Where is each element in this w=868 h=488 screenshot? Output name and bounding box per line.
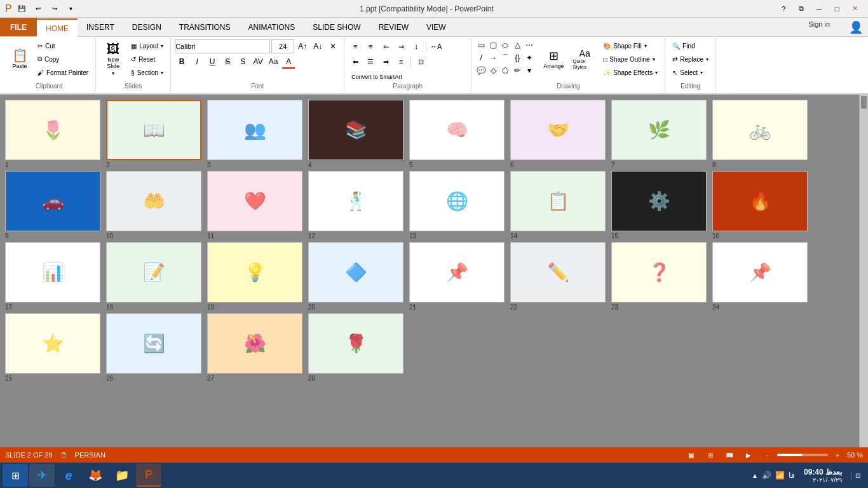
slide-item-18[interactable]: 📝18★	[106, 242, 205, 311]
slide-thumb-23[interactable]: ❓	[611, 242, 707, 302]
slide-item-5[interactable]: 🧠5★	[409, 100, 508, 168]
restore-display-btn[interactable]: ⧉	[793, 3, 810, 15]
increase-font-btn[interactable]: A↑	[295, 39, 309, 53]
slide-item-21[interactable]: 📌21★	[409, 242, 508, 311]
slide-thumb-20[interactable]: 🔷	[308, 242, 403, 302]
bold-btn[interactable]: B	[175, 55, 189, 69]
shape-rect[interactable]: ▭	[475, 39, 487, 51]
slide-thumb-3[interactable]: 👥	[207, 100, 302, 160]
slide-thumb-12[interactable]: 🕺	[308, 171, 403, 231]
slide-thumb-14[interactable]: 📋	[510, 171, 606, 231]
explorer-btn[interactable]: 📁	[109, 464, 135, 487]
tab-animations[interactable]: ANIMATIONS	[239, 18, 304, 36]
convert-smartart-btn[interactable]: Convert to SmartArt	[348, 70, 405, 84]
slide-item-24[interactable]: 📌24★	[712, 242, 811, 311]
reading-view-btn[interactable]: 📖	[722, 448, 736, 462]
slide-thumb-15[interactable]: ⚙️	[611, 171, 707, 231]
scroll-thumb[interactable]	[861, 96, 867, 109]
fontcolor-btn[interactable]: A	[281, 55, 295, 69]
slide-item-4[interactable]: 📚4★	[308, 100, 407, 168]
slide-item-8[interactable]: 🚲8★	[712, 100, 811, 168]
slide-thumb-21[interactable]: 📌	[409, 242, 505, 302]
format-painter-btn[interactable]: 🖌 Format Painter	[34, 66, 92, 79]
firefox-btn[interactable]: 🦊	[83, 464, 108, 487]
font-size-input[interactable]	[271, 39, 294, 53]
tab-view[interactable]: VIEW	[417, 18, 455, 36]
slide-thumb-27[interactable]: 🌺	[207, 313, 302, 374]
section-btn[interactable]: § Section ▾	[128, 66, 166, 79]
slide-item-2[interactable]: 📖2★	[106, 100, 205, 168]
slide-thumb-16[interactable]: 🔥	[712, 171, 808, 231]
minimize-btn[interactable]: ─	[811, 3, 827, 15]
italic-btn[interactable]: I	[190, 55, 204, 69]
slide-thumb-4[interactable]: 📚	[308, 100, 403, 160]
slide-thumb-17[interactable]: 📊	[5, 242, 100, 302]
slide-item-1[interactable]: 🌷1★	[5, 100, 104, 168]
tab-file[interactable]: FILE	[0, 18, 37, 36]
shape-arrow[interactable]: →	[487, 52, 499, 64]
shape-freeform[interactable]: ✏	[512, 65, 523, 76]
shape-oval[interactable]: ⬭	[499, 39, 511, 51]
slide-item-12[interactable]: 🕺12★	[308, 171, 407, 240]
zoom-slider-track[interactable]	[777, 454, 828, 456]
slide-item-16[interactable]: 🔥16★	[712, 171, 811, 240]
tab-slideshow[interactable]: SLIDE SHOW	[304, 18, 369, 36]
user-avatar-icon[interactable]: 👤	[849, 20, 863, 34]
cut-btn[interactable]: ✂ Cut	[34, 39, 92, 52]
shape-diamond[interactable]: ◇	[487, 65, 499, 76]
slide-item-13[interactable]: 🌐13★	[409, 171, 508, 240]
align-center-btn[interactable]: ☰	[363, 55, 377, 69]
shape-effects-btn[interactable]: ✨ Shape Effects ▾	[600, 66, 661, 79]
bullets-btn[interactable]: ≡	[348, 39, 362, 53]
paste-btn[interactable]: 📋 Paste	[6, 39, 33, 79]
slide-item-26[interactable]: 🔄26★	[106, 313, 205, 382]
shape-line[interactable]: /	[475, 52, 487, 64]
slide-thumb-5[interactable]: 🧠	[409, 100, 505, 160]
slide-thumb-24[interactable]: 📌	[712, 242, 808, 302]
shape-curve[interactable]: ⌒	[499, 52, 511, 64]
changecase-btn[interactable]: Aa	[266, 55, 280, 69]
increase-indent-btn[interactable]: ⇒	[394, 39, 408, 53]
slide-thumb-2[interactable]: 📖	[106, 100, 201, 160]
justify-btn[interactable]: ≡	[394, 55, 408, 69]
powerpoint-taskbar-btn[interactable]: P	[136, 464, 161, 487]
slide-sorter-btn[interactable]: ⊞	[703, 448, 717, 462]
slide-item-15[interactable]: ⚙️15★	[611, 171, 710, 240]
clear-format-btn[interactable]: ✕	[326, 39, 340, 53]
close-btn[interactable]: ✕	[846, 3, 863, 15]
start-btn[interactable]: ⊞	[3, 464, 28, 487]
slide-item-20[interactable]: 🔷20★	[308, 242, 407, 311]
quick-redo-btn[interactable]: ↪	[48, 2, 62, 16]
slide-item-9[interactable]: 🚗9★	[5, 171, 104, 240]
slide-thumb-19[interactable]: 💡	[207, 242, 302, 302]
slide-item-27[interactable]: 🌺27★	[207, 313, 306, 382]
slide-thumb-8[interactable]: 🚲	[712, 100, 808, 160]
linespacing-btn[interactable]: ↕	[409, 39, 423, 53]
quick-undo-btn[interactable]: ↩	[31, 2, 45, 16]
shape-scroll-down[interactable]: ▾	[524, 65, 535, 76]
slide-item-25[interactable]: ⭐25★	[5, 313, 104, 382]
ie-btn[interactable]: e	[56, 464, 81, 487]
vertical-scrollbar[interactable]	[859, 95, 868, 447]
reset-btn[interactable]: ↺ Reset	[128, 53, 166, 65]
quick-save-btn[interactable]: 💾	[15, 2, 29, 16]
slide-item-14[interactable]: 📋14★	[510, 171, 609, 240]
shape-outline-btn[interactable]: □ Shape Outline ▾	[600, 53, 661, 65]
replace-btn[interactable]: ⇄ Replace ▾	[669, 53, 712, 65]
slide-item-6[interactable]: 🤝6★	[510, 100, 609, 168]
slide-item-11[interactable]: ❤️11★	[207, 171, 306, 240]
copy-btn[interactable]: ⧉ Copy	[34, 53, 92, 65]
charspacing-btn[interactable]: AV	[251, 55, 265, 69]
slide-thumb-26[interactable]: 🔄	[106, 313, 201, 374]
underline-btn[interactable]: U	[205, 55, 219, 69]
find-btn[interactable]: 🔍 Find	[669, 39, 712, 52]
tab-home[interactable]: HOME	[37, 18, 78, 37]
shape-fill-btn[interactable]: 🎨 Shape Fill ▾	[600, 39, 661, 52]
align-left-btn[interactable]: ⬅	[348, 55, 362, 69]
numbering-btn[interactable]: ≡	[363, 39, 377, 53]
align-right-btn[interactable]: ➡	[379, 55, 393, 69]
layout-btn[interactable]: ▦ Layout ▾	[128, 39, 166, 52]
slide-thumb-6[interactable]: 🤝	[510, 100, 606, 160]
select-btn[interactable]: ↖ Select ▾	[669, 66, 712, 79]
slide-thumb-28[interactable]: 🌹	[308, 313, 403, 374]
